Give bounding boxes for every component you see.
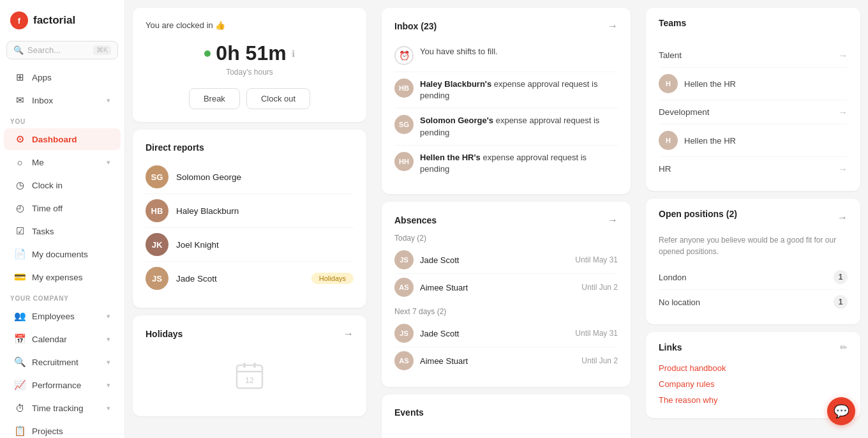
recruitment-icon: 🔍 — [14, 356, 26, 368]
absences-card: Absences → Today (2) JS Jade Scott Until… — [382, 202, 631, 387]
report-name: Jade Scott — [176, 274, 304, 283]
absences-header: Absences → — [394, 215, 618, 226]
absences-next-list: JS Jade Scott Until May 31 AS Aimee Stua… — [394, 320, 618, 374]
inbox-title: Inbox (23) — [394, 21, 437, 31]
inbox-arrow[interactable]: → — [608, 20, 618, 32]
clock-out-button[interactable]: Clock out — [246, 88, 310, 109]
report-item: SG Solomon George — [146, 160, 354, 194]
direct-reports-list: SG Solomon George HB Haley Blackburn JK … — [146, 160, 354, 295]
sidebar-item-my-expenses[interactable]: 💳 My expenses — [4, 266, 121, 288]
logo-icon: f — [10, 11, 28, 29]
inbox-item-text: You have shifts to fill. — [420, 46, 498, 57]
team-name: Development — [659, 107, 838, 117]
sidebar-item-calendar[interactable]: 📅 Calendar ▾ — [4, 328, 121, 350]
sidebar-item-recruitment[interactable]: 🔍 Recruitment ▾ — [4, 351, 121, 373]
edit-links-icon[interactable]: ✏ — [840, 342, 848, 352]
time-tracking-icon: ⏱ — [14, 402, 26, 414]
teams-header: Teams — [659, 18, 848, 36]
absence-item: AS Aimee Stuart Until Jun 2 — [394, 347, 618, 374]
absences-arrow[interactable]: → — [608, 215, 618, 226]
team-arrow[interactable]: → — [838, 50, 848, 61]
sidebar-item-label: Apps — [32, 73, 110, 82]
support-button[interactable]: 💬 — [827, 397, 855, 425]
sidebar-section-you: YOU — [0, 112, 124, 128]
position-no-location: No location 1 — [659, 290, 848, 314]
sidebar-item-label: Me — [32, 158, 100, 167]
sidebar-section-company: YOUR COMPANY — [0, 289, 124, 305]
sidebar-item-employees[interactable]: 👥 Employees ▾ — [4, 305, 121, 327]
open-positions-title: Open positions (2) — [659, 209, 737, 219]
sidebar-item-time-tracking[interactable]: ⏱ Time tracking ▾ — [4, 397, 121, 419]
team-arrow[interactable]: → — [838, 163, 848, 174]
links-header: Links ✏ — [659, 342, 848, 352]
search-bar[interactable]: 🔍 Search... ⌘K — [6, 41, 118, 59]
team-member-development: H Hellen the HR — [659, 125, 848, 157]
break-button[interactable]: Break — [189, 88, 240, 109]
inbox-card: Inbox (23) → ⏰ You have shifts to fill. … — [382, 8, 631, 194]
sidebar-item-label: Time tracking — [32, 404, 100, 413]
sidebar-item-dashboard[interactable]: ⊙ Dashboard — [4, 128, 121, 150]
link-product-handbook[interactable]: Product handbook — [659, 360, 848, 376]
apps-icon: ⊞ — [14, 72, 26, 83]
inbox-item-text: Hellen the HR's expense approval request… — [420, 152, 618, 175]
team-name: Talent — [659, 50, 838, 60]
absence-name: Aimee Stuart — [420, 356, 575, 366]
active-dot — [204, 50, 211, 57]
team-name: HR — [659, 164, 838, 174]
sidebar-item-tasks[interactable]: ☑ Tasks — [4, 220, 121, 242]
avatar: JK — [146, 233, 168, 256]
report-item: JS Jade Scott Holidays — [146, 262, 354, 295]
link-reason-why[interactable]: The reason why — [659, 392, 848, 408]
avatar: HB — [146, 199, 168, 222]
sidebar-item-clock-in[interactable]: ◷ Clock in — [4, 174, 121, 196]
sidebar-item-apps[interactable]: ⊞ Apps — [4, 66, 121, 88]
chevron-down-icon: ▾ — [107, 158, 110, 167]
report-item: HB Haley Blackburn — [146, 194, 354, 228]
member-name: Hellen the HR — [684, 79, 736, 89]
inbox-item-solomon: SG Solomon George's expense approval req… — [394, 109, 618, 145]
absences-next-label: Next 7 days (2) — [394, 307, 618, 316]
clock-time: 0h 51m ℹ — [146, 42, 354, 65]
avatar: JS — [394, 250, 414, 269]
report-item: JK Joel Knight — [146, 228, 354, 262]
inbox-item-hellen: HH Hellen the HR's expense approval requ… — [394, 146, 618, 181]
tasks-icon: ☑ — [14, 225, 26, 237]
holidays-title: Holidays — [146, 329, 183, 339]
links-title: Links — [659, 342, 682, 352]
sidebar-item-label: Tasks — [32, 227, 110, 236]
holiday-badge: Holidays — [311, 273, 354, 284]
support-icon: 💬 — [834, 404, 849, 419]
sidebar-item-projects[interactable]: 📋 Projects — [4, 420, 121, 438]
sidebar: f factorial 🔍 Search... ⌘K ⊞ Apps ✉ Inbo… — [0, 0, 125, 438]
absence-name: Aimee Stuart — [420, 283, 575, 292]
teams-card: Teams Talent → H Hellen the HR Developme… — [646, 8, 860, 191]
avatar: HH — [394, 152, 414, 171]
svg-rect-3 — [253, 363, 256, 368]
report-name: Haley Blackburn — [176, 206, 354, 216]
search-icon: 🔍 — [13, 45, 24, 55]
search-kbd: ⌘K — [93, 45, 111, 55]
holidays-arrow[interactable]: → — [343, 328, 354, 340]
sidebar-item-performance[interactable]: 📈 Performance ▾ — [4, 374, 121, 396]
team-arrow[interactable]: → — [838, 107, 848, 117]
link-company-rules[interactable]: Company rules — [659, 376, 848, 392]
absence-item: JS Jade Scott Until May 31 — [394, 320, 618, 347]
absence-name: Jade Scott — [420, 255, 569, 265]
positions-arrow[interactable]: → — [837, 212, 848, 223]
team-development: Development → — [659, 100, 848, 125]
expenses-icon: 💳 — [14, 271, 26, 283]
member-name: Hellen the HR — [684, 136, 736, 146]
inbox-list: ⏰ You have shifts to fill. HB Haley Blac… — [394, 40, 618, 181]
inbox-item-text: Haley Blackburn's expense approval reque… — [420, 79, 618, 102]
position-london: London 1 — [659, 265, 848, 290]
sidebar-item-inbox[interactable]: ✉ Inbox ▾ — [4, 89, 121, 111]
absences-title: Absences — [394, 215, 437, 225]
sidebar-item-label: Employees — [32, 312, 100, 321]
absence-item: AS Aimee Stuart Until Jun 2 — [394, 274, 618, 301]
sidebar-item-my-documents[interactable]: 📄 My documents — [4, 243, 121, 265]
sidebar-item-time-off[interactable]: ◴ Time off — [4, 197, 121, 219]
sidebar-item-label: Clock in — [32, 181, 110, 190]
today-hours-label: Today's hours — [146, 68, 354, 77]
sidebar-item-me[interactable]: ○ Me ▾ — [4, 151, 121, 173]
inbox-icon: ✉ — [14, 94, 26, 106]
